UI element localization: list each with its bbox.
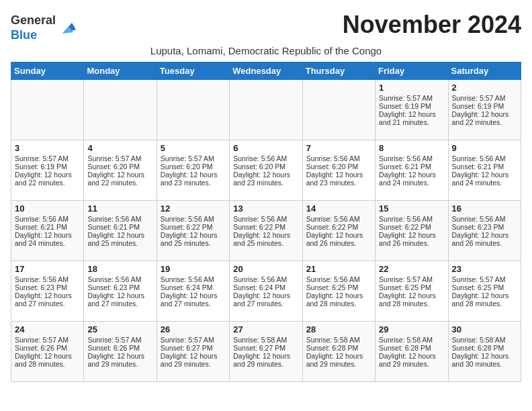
calendar-week-row: 10Sunrise: 5:56 AMSunset: 6:21 PMDayligh… (11, 201, 521, 261)
day-number: 20 (233, 264, 298, 274)
day-info-line: Sunrise: 5:57 AM (15, 154, 80, 163)
day-number: 2 (452, 83, 517, 93)
day-info-line: Sunset: 6:20 PM (306, 163, 371, 171)
calendar-cell: 3Sunrise: 5:57 AMSunset: 6:19 PMDaylight… (11, 140, 84, 201)
day-info-line: Sunrise: 5:57 AM (161, 336, 226, 344)
day-info-line: Sunrise: 5:56 AM (87, 215, 152, 223)
month-title: November 2024 (343, 11, 521, 39)
calendar-cell: 22Sunrise: 5:57 AMSunset: 6:25 PMDayligh… (375, 261, 448, 322)
day-info-line: Daylight: 12 hours and 28 minutes. (15, 352, 80, 368)
day-header-thursday: Thursday (302, 62, 375, 80)
calendar-cell (11, 80, 84, 140)
day-info-line: Sunset: 6:27 PM (161, 344, 226, 352)
day-info-line: Sunset: 6:26 PM (87, 344, 152, 352)
day-number: 4 (87, 143, 152, 153)
day-info-line: Sunset: 6:27 PM (233, 344, 298, 352)
calendar-cell: 10Sunrise: 5:56 AMSunset: 6:21 PMDayligh… (11, 201, 84, 261)
day-header-friday: Friday (375, 62, 448, 80)
day-info-line: Sunset: 6:19 PM (452, 102, 517, 110)
day-info-line: Daylight: 12 hours and 22 minutes. (15, 171, 80, 187)
page-header: General Blue November 2024 (11, 11, 521, 42)
day-info-line: Daylight: 12 hours and 25 minutes. (87, 231, 152, 247)
day-info-line: Sunset: 6:22 PM (233, 223, 298, 231)
day-info-line: Daylight: 12 hours and 29 minutes. (161, 352, 226, 368)
day-number: 22 (379, 264, 444, 274)
location-subtitle: Luputa, Lomami, Democratic Republic of t… (11, 45, 521, 56)
day-info-line: Sunrise: 5:57 AM (15, 336, 80, 344)
calendar-cell: 9Sunrise: 5:56 AMSunset: 6:21 PMDaylight… (448, 140, 521, 201)
day-info-line: Daylight: 12 hours and 24 minutes. (452, 171, 517, 187)
calendar-cell: 28Sunrise: 5:58 AMSunset: 6:28 PMDayligh… (302, 322, 375, 382)
day-info-line: Daylight: 12 hours and 27 minutes. (15, 291, 80, 308)
day-info-line: Sunrise: 5:58 AM (379, 336, 444, 344)
day-header-saturday: Saturday (448, 62, 521, 80)
calendar-week-row: 1Sunrise: 5:57 AMSunset: 6:19 PMDaylight… (11, 80, 521, 140)
day-number: 30 (452, 324, 517, 334)
day-info-line: Daylight: 12 hours and 27 minutes. (233, 291, 298, 308)
calendar-cell: 15Sunrise: 5:56 AMSunset: 6:22 PMDayligh… (375, 201, 448, 261)
day-number: 17 (15, 264, 80, 274)
calendar-cell: 21Sunrise: 5:56 AMSunset: 6:25 PMDayligh… (302, 261, 375, 322)
day-number: 7 (306, 143, 371, 153)
day-number: 15 (379, 203, 444, 214)
calendar-cell: 11Sunrise: 5:56 AMSunset: 6:21 PMDayligh… (84, 201, 157, 261)
day-info-line: Sunrise: 5:58 AM (306, 336, 371, 344)
day-info-line: Sunset: 6:22 PM (161, 223, 226, 231)
day-info-line: Sunset: 6:24 PM (161, 283, 226, 291)
day-number: 13 (233, 203, 298, 214)
calendar-cell: 27Sunrise: 5:58 AMSunset: 6:27 PMDayligh… (230, 322, 302, 382)
day-info-line: Sunrise: 5:58 AM (452, 336, 517, 344)
logo: General Blue (11, 13, 77, 42)
day-info-line: Daylight: 12 hours and 30 minutes. (452, 352, 517, 368)
day-info-line: Sunrise: 5:56 AM (379, 154, 444, 163)
day-number: 23 (452, 264, 517, 274)
calendar-header-row: SundayMondayTuesdayWednesdayThursdayFrid… (11, 62, 521, 80)
day-info-line: Daylight: 12 hours and 27 minutes. (161, 291, 226, 308)
day-number: 25 (87, 324, 152, 334)
calendar-cell (84, 80, 157, 140)
calendar-cell: 23Sunrise: 5:57 AMSunset: 6:25 PMDayligh… (448, 261, 521, 322)
calendar-cell: 6Sunrise: 5:56 AMSunset: 6:20 PMDaylight… (230, 140, 302, 201)
day-info-line: Daylight: 12 hours and 25 minutes. (233, 231, 298, 247)
day-info-line: Sunrise: 5:56 AM (233, 154, 298, 163)
day-info-line: Sunrise: 5:58 AM (233, 336, 298, 344)
day-number: 3 (15, 143, 80, 153)
day-info-line: Daylight: 12 hours and 23 minutes. (161, 171, 226, 187)
day-info-line: Daylight: 12 hours and 23 minutes. (306, 171, 371, 187)
day-number: 28 (306, 324, 371, 334)
day-info-line: Sunset: 6:23 PM (87, 283, 152, 291)
day-info-line: Sunrise: 5:56 AM (452, 154, 517, 163)
day-info-line: Sunrise: 5:57 AM (161, 154, 226, 163)
day-info-line: Daylight: 12 hours and 26 minutes. (452, 231, 517, 247)
day-info-line: Sunset: 6:26 PM (15, 344, 80, 352)
calendar-cell: 12Sunrise: 5:56 AMSunset: 6:22 PMDayligh… (157, 201, 229, 261)
day-info-line: Sunset: 6:28 PM (452, 344, 517, 352)
day-info-line: Sunrise: 5:56 AM (15, 275, 80, 283)
calendar-table: SundayMondayTuesdayWednesdayThursdayFrid… (11, 62, 521, 382)
day-number: 9 (452, 143, 517, 153)
calendar-cell: 14Sunrise: 5:56 AMSunset: 6:22 PMDayligh… (302, 201, 375, 261)
day-info-line: Daylight: 12 hours and 24 minutes. (15, 231, 80, 247)
day-info-line: Sunset: 6:21 PM (379, 163, 444, 171)
calendar-week-row: 17Sunrise: 5:56 AMSunset: 6:23 PMDayligh… (11, 261, 521, 322)
calendar-cell: 16Sunrise: 5:56 AMSunset: 6:23 PMDayligh… (448, 201, 521, 261)
day-number: 18 (87, 264, 152, 274)
day-info-line: Sunset: 6:22 PM (379, 223, 444, 231)
day-info-line: Sunrise: 5:56 AM (161, 215, 226, 223)
calendar-cell (230, 80, 302, 140)
day-info-line: Sunset: 6:21 PM (15, 223, 80, 231)
day-info-line: Sunset: 6:23 PM (452, 223, 517, 231)
calendar-cell: 7Sunrise: 5:56 AMSunset: 6:20 PMDaylight… (302, 140, 375, 201)
day-info-line: Sunset: 6:20 PM (233, 163, 298, 171)
calendar-cell: 8Sunrise: 5:56 AMSunset: 6:21 PMDaylight… (375, 140, 448, 201)
day-number: 24 (15, 324, 80, 334)
day-number: 16 (452, 203, 517, 214)
day-header-wednesday: Wednesday (230, 62, 302, 80)
logo-blue: Blue (11, 28, 37, 42)
calendar-cell (302, 80, 375, 140)
calendar-cell: 2Sunrise: 5:57 AMSunset: 6:19 PMDaylight… (448, 80, 521, 140)
day-info-line: Sunrise: 5:57 AM (452, 94, 517, 102)
day-info-line: Sunrise: 5:57 AM (87, 336, 152, 344)
day-number: 5 (161, 143, 226, 153)
calendar-body: 1Sunrise: 5:57 AMSunset: 6:19 PMDaylight… (11, 80, 521, 382)
